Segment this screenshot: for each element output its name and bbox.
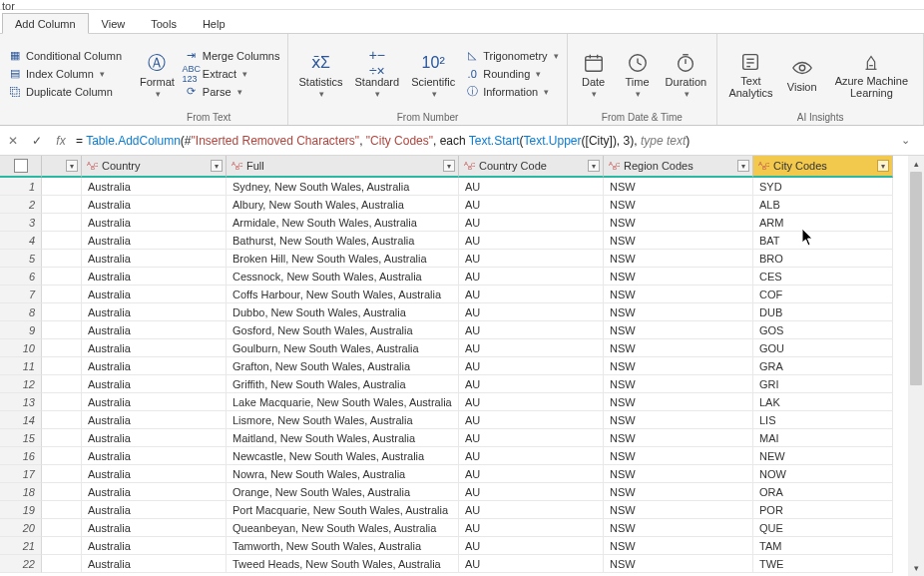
cell-country-code[interactable]: AU (459, 196, 604, 214)
cell-region-codes[interactable]: NSW (604, 501, 753, 519)
cell-city-codes[interactable]: GRA (753, 357, 893, 375)
cell-country[interactable]: Australia (82, 375, 227, 393)
information-button[interactable]: ⓘ Information▾ (463, 84, 560, 100)
row-number[interactable]: 2 (0, 196, 42, 214)
row-number[interactable]: 15 (0, 429, 42, 447)
column-header[interactable]: ABCRegion Codes▾ (604, 156, 753, 178)
cell-city-codes[interactable]: BAT (753, 232, 893, 250)
cell-country[interactable]: Australia (82, 357, 227, 375)
cell-country[interactable]: Australia (82, 483, 227, 501)
cell-full[interactable]: Lismore, New South Wales, Australia (227, 411, 459, 429)
accept-formula-icon[interactable]: ✓ (30, 134, 44, 148)
cell-country-code[interactable]: AU (459, 393, 604, 411)
merge-columns-button[interactable]: ⇥ Merge Columns (183, 48, 282, 64)
tab-tools[interactable]: Tools (138, 13, 190, 33)
cell-country[interactable]: Australia (82, 501, 227, 519)
cell-city-codes[interactable]: ARM (753, 214, 893, 232)
cell-full[interactable]: Maitland, New South Wales, Australia (227, 429, 459, 447)
cell-country-code[interactable]: AU (459, 214, 604, 232)
cell-region-codes[interactable]: NSW (604, 447, 753, 465)
cell-city-codes[interactable]: ORA (753, 483, 893, 501)
cell-country[interactable]: Australia (82, 286, 227, 303)
cell-city-codes[interactable]: TWE (753, 555, 893, 573)
cell-full[interactable]: Orange, New South Wales, Australia (227, 483, 459, 501)
index-column-button[interactable]: ▤ Index Column▾ (6, 66, 124, 82)
cell-country-code[interactable]: AU (459, 250, 604, 268)
cell-city-codes[interactable]: GOU (753, 339, 893, 357)
cell-country[interactable]: Australia (82, 303, 227, 321)
row-number[interactable]: 13 (0, 393, 42, 411)
row-number[interactable]: 6 (0, 268, 42, 286)
statistics-button[interactable]: x̄Σ Statistics ▾ (294, 48, 346, 100)
column-header[interactable]: ABCCountry▾ (82, 156, 227, 178)
cell-country-code[interactable]: AU (459, 411, 604, 429)
cell-full[interactable]: Griffith, New South Wales, Australia (227, 375, 459, 393)
text-type-icon[interactable]: ABC (608, 159, 622, 173)
cell-country-code[interactable]: AU (459, 339, 604, 357)
text-type-icon[interactable]: ABC (231, 159, 244, 173)
duplicate-column-button[interactable]: ⿻ Duplicate Column (6, 84, 124, 100)
cell-country-code[interactable]: AU (459, 178, 604, 196)
cell-country[interactable]: Australia (82, 411, 227, 429)
vertical-scrollbar[interactable]: ▴ ▾ (908, 156, 924, 576)
row-number[interactable]: 11 (0, 357, 42, 375)
filter-icon[interactable]: ▾ (877, 160, 889, 172)
cell-full[interactable]: Lake Macquarie, New South Wales, Austral… (227, 393, 459, 411)
cell-country-code[interactable]: AU (459, 357, 604, 375)
cell-country-code[interactable]: AU (459, 375, 604, 393)
cell-region-codes[interactable]: NSW (604, 196, 753, 214)
cell-region-codes[interactable]: NSW (604, 357, 753, 375)
cell-country[interactable]: Australia (82, 429, 227, 447)
row-number[interactable]: 5 (0, 250, 42, 268)
cell-country-code[interactable]: AU (459, 303, 604, 321)
cell-country[interactable]: Australia (82, 321, 227, 339)
cell-region-codes[interactable]: NSW (604, 178, 753, 196)
cell-full[interactable]: Armidale, New South Wales, Australia (227, 214, 459, 232)
cell-country[interactable]: Australia (82, 519, 227, 537)
row-number[interactable]: 14 (0, 411, 42, 429)
cell-country-code[interactable]: AU (459, 429, 604, 447)
azure-ml-button[interactable]: Azure Machine Learning (826, 47, 917, 99)
cell-region-codes[interactable]: NSW (604, 339, 753, 357)
cell-city-codes[interactable]: DUB (753, 303, 893, 321)
vision-button[interactable]: Vision (782, 53, 822, 94)
row-number[interactable]: 3 (0, 214, 42, 232)
tab-add-column[interactable]: Add Column (2, 13, 89, 34)
cell-region-codes[interactable]: NSW (604, 286, 753, 303)
text-type-icon[interactable]: ABC (463, 159, 477, 173)
row-number[interactable]: 20 (0, 519, 42, 537)
cell-full[interactable]: Queanbeyan, New South Wales, Australia (227, 519, 459, 537)
cell-country-code[interactable]: AU (459, 519, 604, 537)
cell-city-codes[interactable]: QUE (753, 519, 893, 537)
cell-country[interactable]: Australia (82, 447, 227, 465)
text-analytics-button[interactable]: Text Analytics (723, 47, 778, 99)
scientific-button[interactable]: 10² Scientific ▾ (407, 48, 459, 100)
cell-full[interactable]: Broken Hill, New South Wales, Australia (227, 250, 459, 268)
cell-country-code[interactable]: AU (459, 286, 604, 303)
cell-city-codes[interactable]: NOW (753, 465, 893, 483)
column-header[interactable]: ABCFull▾ (227, 156, 459, 178)
cell-full[interactable]: Sydney, New South Wales, Australia (227, 178, 459, 196)
cell-city-codes[interactable]: LAK (753, 393, 893, 411)
cell-region-codes[interactable]: NSW (604, 483, 753, 501)
cell-country-code[interactable]: AU (459, 447, 604, 465)
row-number[interactable]: 9 (0, 321, 42, 339)
cell-region-codes[interactable]: NSW (604, 393, 753, 411)
cell-country-code[interactable]: AU (459, 537, 604, 555)
scroll-up-arrow[interactable]: ▴ (908, 156, 924, 172)
cell-region-codes[interactable]: NSW (604, 375, 753, 393)
column-header[interactable]: ABCCity Codes▾ (753, 156, 893, 178)
cell-country[interactable]: Australia (82, 555, 227, 573)
cell-full[interactable]: Gosford, New South Wales, Australia (227, 321, 459, 339)
cell-city-codes[interactable]: BRO (753, 250, 893, 268)
cell-full[interactable]: Bathurst, New South Wales, Australia (227, 232, 459, 250)
rounding-button[interactable]: .0 Rounding▾ (463, 66, 560, 82)
cell-region-codes[interactable]: NSW (604, 465, 753, 483)
cell-country-code[interactable]: AU (459, 465, 604, 483)
date-button[interactable]: Date ▾ (574, 48, 614, 100)
extract-button[interactable]: ABC123 Extract▾ (183, 66, 282, 82)
format-button[interactable]: Ⓐ Format ▾ (136, 48, 179, 100)
cell-country[interactable]: Australia (82, 339, 227, 357)
text-type-icon[interactable]: ABC (86, 159, 100, 173)
row-number[interactable]: 12 (0, 375, 42, 393)
